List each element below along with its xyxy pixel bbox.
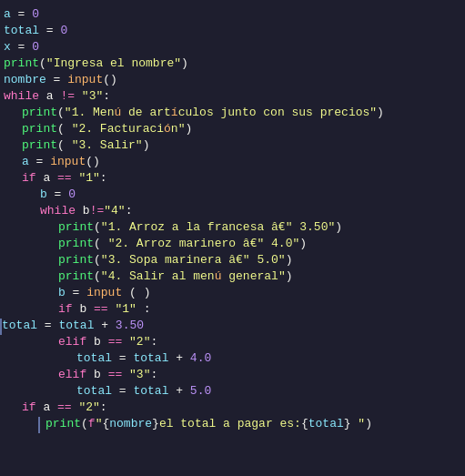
code-line-17: print ( "4. Salir al menú general" )	[0, 269, 465, 286]
code-line-16: print ( "3. Sopa marinera â€" 5.0" )	[0, 253, 465, 269]
code-line-6: while a != "3" :	[0, 89, 465, 106]
code-line-20: total = total + 3.50	[0, 319, 465, 335]
code-line-10: a = input ()	[0, 155, 465, 171]
code-line-8: print ( "2. Facturación" )	[0, 122, 465, 138]
code-line-25: if a == "2" :	[0, 400, 465, 417]
code-line-19: if b == "1" :	[0, 302, 465, 319]
code-line-11: if a == "1" :	[0, 171, 465, 187]
code-editor: a = 0 total = 0 x = 0 print ( "Ingresa e…	[0, 0, 465, 476]
code-line-26: print ( f " { nombre } el total a pagar …	[38, 417, 465, 433]
code-line-14: print ( "1. Arroz a la francesa â€" 3.50…	[0, 220, 465, 237]
code-line-9: print ( "3. Salir" )	[0, 138, 465, 155]
code-line-2: total = 0	[0, 24, 465, 40]
code-line-22: total = total + 4.0	[0, 351, 465, 368]
code-line-24: total = total + 5.0	[0, 384, 465, 400]
code-line-3: x = 0	[0, 40, 465, 56]
code-line-12: b = 0	[0, 187, 465, 204]
code-line-4: print ( "Ingresa el nombre" )	[0, 56, 465, 73]
code-line-5: nombre = input ()	[0, 73, 465, 89]
code-line-15: print ( "2. Arroz marinero â€" 4.0" )	[0, 237, 465, 253]
code-line-18: b = input ( )	[0, 286, 465, 302]
code-line-7: print ( "1. Menú de artículos junto con …	[0, 106, 465, 122]
code-line-13: while b != "4" :	[0, 204, 465, 220]
code-line-1: a = 0	[0, 7, 465, 24]
code-line-23: elif b == "3" :	[0, 368, 465, 384]
code-line-21: elif b == "2" :	[0, 335, 465, 351]
